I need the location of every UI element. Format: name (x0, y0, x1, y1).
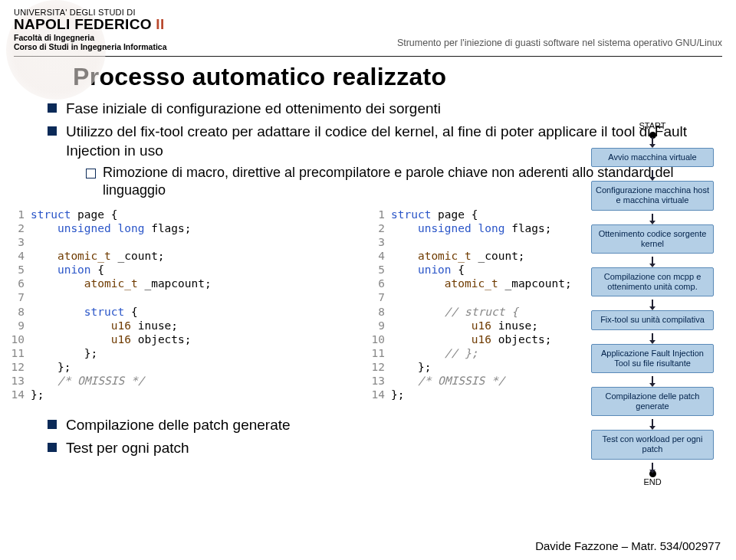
header-right: Strumento per l'iniezione di guasti soft… (397, 38, 722, 51)
university-name: NAPOLI FEDERICO II (14, 17, 167, 31)
university-text: UNIVERSITA' DEGLI STUDI DI NAPOLI FEDERI… (14, 8, 167, 51)
flow-connector (652, 214, 653, 221)
bullet-1: Fase iniziale di configurazione ed otten… (48, 99, 722, 119)
flow-connector (652, 463, 653, 470)
footer-author: Davide Fazzone – Matr. 534/002977 (535, 539, 721, 552)
flow-connector (652, 419, 653, 427)
flow-end-label: END (583, 477, 722, 486)
flow-connector (652, 170, 653, 178)
flow-node-6: Applicazione Fault Injection Tool su fil… (591, 344, 714, 373)
flowchart: START Avvio macchina virtuale Configuraz… (583, 121, 722, 486)
flow-node-1: Avvio macchina virtuale (591, 148, 714, 167)
course-line: Corso di Studi in Ingegneria Informatica (14, 42, 167, 51)
faculty-line: Facoltà di Ingegneria (14, 33, 167, 42)
header-divider (14, 56, 722, 57)
flow-connector (652, 376, 653, 384)
logo-block: UNIVERSITA' DEGLI STUDI DI NAPOLI FEDERI… (14, 8, 167, 51)
code-left: 1struct page { 2 unsigned long flags; 3 … (8, 208, 362, 402)
flow-node-4: Compilazione con mcpp e ottenimento unit… (591, 267, 714, 296)
flow-node-3: Ottenimento codice sorgente kernel (591, 224, 714, 254)
flow-connector (652, 137, 653, 145)
flow-start-label: START (583, 121, 722, 130)
flow-node-7: Compilazione delle patch generate (591, 387, 714, 416)
flow-node-2: Configurazione macchina host e macchina … (591, 181, 714, 210)
flow-connector (652, 300, 653, 307)
flow-connector (652, 333, 653, 341)
flow-connector (652, 257, 653, 264)
flow-node-8: Test con workload per ogni patch (591, 430, 714, 459)
slide-title: Processo automatico realizzato (0, 63, 736, 91)
flow-node-5: Fix-tool su unità compilativa (591, 310, 714, 329)
header: UNIVERSITA' DEGLI STUDI DI NAPOLI FEDERI… (0, 0, 736, 56)
